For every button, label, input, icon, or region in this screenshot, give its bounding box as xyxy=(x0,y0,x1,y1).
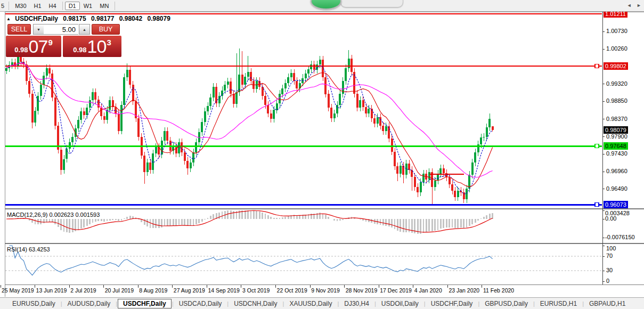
timeframe-button-m30[interactable]: M30 xyxy=(11,2,30,10)
current-price-label: 0.98079 xyxy=(604,126,628,134)
date-label: 3 Oct 2019 xyxy=(242,287,270,294)
chart-tab-gbpusd-daily[interactable]: GBPUSD,Daily xyxy=(480,299,533,308)
toolbar-separator xyxy=(115,2,115,10)
price-axis-tick: 1.00260 xyxy=(606,45,627,52)
date-label: 9 Nov 2019 xyxy=(311,287,340,294)
chart-tab-usdoil-daily[interactable]: USDOil,Daily xyxy=(377,299,423,308)
tab-separator: | xyxy=(172,300,174,307)
buy-price-big-digits: 10 xyxy=(87,36,107,57)
tab-scroll-arrows: ◄ ► xyxy=(623,3,641,8)
volume-increase-button[interactable]: ▲ xyxy=(79,24,90,35)
hline-price-label: 0.96073 xyxy=(604,201,628,208)
price-axis-tick: 0.99320 xyxy=(606,80,627,87)
trading-platform-window: 5M30H1H4D1W1MN ▲ USDCHF,Daily 0.98175 0.… xyxy=(0,0,644,309)
chart-tab-usdcad-daily[interactable]: USDCAD,Daily xyxy=(174,299,227,308)
tab-scroll-right-button[interactable]: ► xyxy=(637,3,641,8)
rsi-axis-tick: 30 xyxy=(606,267,613,273)
one-click-trading-panel: SELL ▼ ▲ BUY 0.98 07 9 0.98 10 3 xyxy=(6,24,121,57)
ohlc-open: 0.98175 xyxy=(63,15,86,22)
tab-separator: | xyxy=(337,300,339,307)
date-label: 13 Jun 2019 xyxy=(36,287,67,294)
price-axis-tick: 0.96490 xyxy=(606,185,627,192)
date-label: 23 Jan 2020 xyxy=(449,287,479,294)
chart-title: ▲ USDCHF,Daily 0.98175 0.98177 0.98042 0… xyxy=(6,15,170,22)
timeframe-button-mn[interactable]: MN xyxy=(96,2,112,10)
buy-price-prefix: 0.98 xyxy=(73,46,86,54)
macd-label: MACD(12,26,9) 0.002623 0.001593 xyxy=(7,212,100,218)
collapse-chart-icon[interactable]: ▲ xyxy=(6,17,11,21)
sell-price-pipette: 9 xyxy=(48,38,52,47)
toolbar-separator xyxy=(9,2,9,10)
rsi-axis-tick: 0 xyxy=(606,278,609,284)
sell-price-prefix: 0.98 xyxy=(14,46,28,54)
price-axis-tick: 1.00730 xyxy=(606,28,627,34)
buy-price-display[interactable]: 0.98 10 3 xyxy=(63,36,121,57)
timeframe-button-w1[interactable]: W1 xyxy=(80,2,96,10)
timeframe-button-5[interactable]: 5 xyxy=(0,2,6,10)
rsi-axis-tick: 100 xyxy=(606,245,616,251)
date-label: 4 Jan 2020 xyxy=(414,287,442,294)
hline-price-label: 0.97648 xyxy=(604,142,628,150)
tab-separator: | xyxy=(478,300,479,307)
ohlc-close: 0.98079 xyxy=(148,15,170,22)
date-label: 17 Dec 2019 xyxy=(380,287,412,294)
date-label: 14 Sep 2019 xyxy=(208,287,240,294)
chart-tab-usdcnh-daily[interactable]: USDCNH,Daily xyxy=(229,299,282,308)
chart-tab-eurusd-daily[interactable]: EURUSD,Daily xyxy=(7,299,60,308)
tab-separator: | xyxy=(533,300,535,307)
macd-axis-tick: 0.00 xyxy=(605,215,616,222)
tab-separator: | xyxy=(227,300,229,307)
tab-scroll-left-button[interactable]: ◄ xyxy=(627,3,632,8)
sell-price-display[interactable]: 0.98 07 9 xyxy=(6,36,61,57)
date-label: 27 Aug 2019 xyxy=(174,287,205,294)
tab-separator: | xyxy=(374,300,376,307)
tab-separator: | xyxy=(424,300,426,307)
ohlc-high: 0.98177 xyxy=(91,15,114,22)
chart-tab-audusd-daily[interactable]: AUDUSD,Daily xyxy=(63,299,116,308)
tab-separator: | xyxy=(61,300,62,307)
price-axis-tick: 0.98850 xyxy=(606,97,627,104)
chart-tab-xauusd-daily[interactable]: XAUUSD,Daily xyxy=(284,299,337,308)
volume-decrease-button[interactable]: ▼ xyxy=(33,24,44,35)
date-label: 25 May 2019 xyxy=(2,287,34,294)
price-axis-tick: 0.97430 xyxy=(606,150,627,157)
rsi-label: RSI(14) 63.4253 xyxy=(7,246,50,253)
volume-input[interactable] xyxy=(44,24,78,35)
sell-button[interactable]: SELL xyxy=(7,24,31,35)
tab-separator: | xyxy=(582,300,584,307)
date-label: 11 Feb 2020 xyxy=(483,287,514,294)
date-label: 20 Jul 2019 xyxy=(105,287,134,294)
price-axis-tick: 0.97900 xyxy=(606,133,627,140)
chart-tab-dj30-h4[interactable]: DJ30,H4 xyxy=(339,299,374,308)
chart-tab-gbpaud-h1[interactable]: GBPAUD,H1 xyxy=(584,299,630,308)
rsi-axis-tick: 70 xyxy=(606,253,613,259)
timeframe-button-h4[interactable]: H4 xyxy=(45,2,60,10)
timeframe-button-h1[interactable]: H1 xyxy=(30,2,45,10)
sell-price-big-digits: 07 xyxy=(29,36,48,57)
price-axis-tick: 0.96960 xyxy=(606,168,627,174)
ohlc-low: 0.98042 xyxy=(119,15,142,22)
tab-separator: | xyxy=(116,300,117,307)
buy-button[interactable]: BUY xyxy=(92,24,120,35)
chart-title-symbol: USDCHF,Daily xyxy=(15,15,58,22)
chart-tab-bar: EURUSD,Daily|AUDUSD,Daily|USDCHF,Daily|U… xyxy=(0,297,644,309)
macd-axis-tick: -0.0076150 xyxy=(605,234,635,240)
chart-overlays: ▲ USDCHF,Daily 0.98175 0.98177 0.98042 0… xyxy=(0,0,644,309)
date-label: 8 Aug 2019 xyxy=(139,287,167,294)
toolbar-separator xyxy=(62,2,63,10)
timeframe-button-d1[interactable]: D1 xyxy=(65,2,80,10)
chart-tab-eurusd-h1[interactable]: EURUSD,H1 xyxy=(535,299,582,308)
price-axis-tick: 0.98370 xyxy=(606,116,627,122)
buy-price-pipette: 3 xyxy=(107,38,111,47)
chart-tab-usdchf-daily[interactable]: USDCHF,Daily xyxy=(426,299,478,308)
chart-tab-usdchf-daily[interactable]: USDCHF,Daily xyxy=(118,299,172,308)
recorder-toolbar-pill[interactable] xyxy=(340,0,403,7)
tab-separator: | xyxy=(283,300,284,307)
date-label: 28 Nov 2019 xyxy=(346,287,378,294)
date-label: 22 Oct 2019 xyxy=(277,287,307,294)
hline-price-label: 0.99802 xyxy=(604,62,628,70)
date-label: 2 Jul 2019 xyxy=(70,287,96,294)
